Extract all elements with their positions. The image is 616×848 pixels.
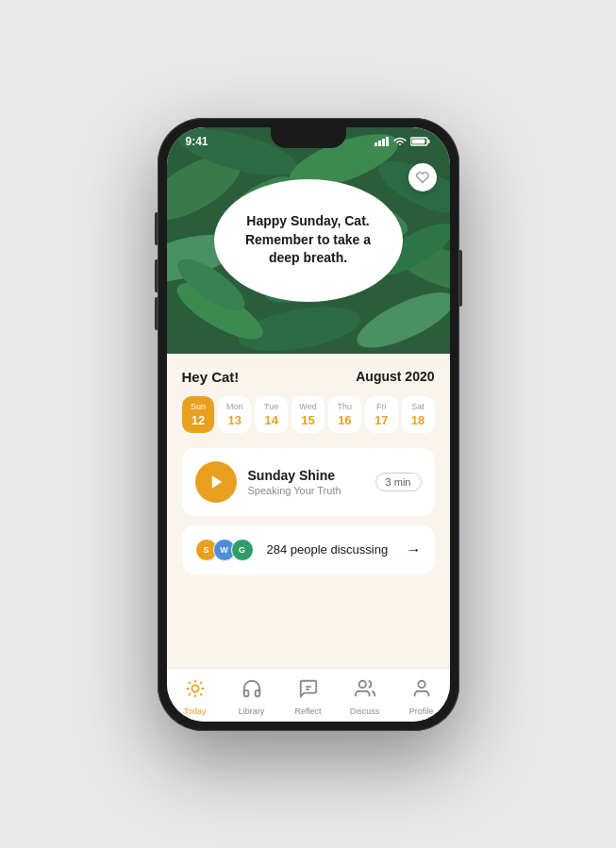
battery-icon <box>410 137 431 146</box>
podcast-subtitle: Speaking Your Truth <box>248 485 364 496</box>
svg-rect-23 <box>386 137 389 146</box>
calendar-day-fri[interactable]: Fri 17 <box>365 396 398 433</box>
month-label: August 2020 <box>356 369 434 384</box>
day-name: Wed <box>299 402 316 411</box>
nav-label-library: Library <box>239 707 265 716</box>
svg-line-35 <box>188 693 190 695</box>
notch <box>271 127 346 148</box>
calendar-day-thu[interactable]: Thu 16 <box>328 396 361 433</box>
wifi-icon <box>393 137 407 146</box>
hero-section: 9:41 <box>167 127 450 354</box>
nav-item-profile[interactable]: Profile <box>393 676 450 718</box>
svg-point-40 <box>418 680 425 687</box>
day-number: 13 <box>228 413 241 427</box>
section-header: Hey Cat! August 2020 <box>182 369 435 385</box>
day-number: 15 <box>301 413 314 427</box>
svg-marker-27 <box>211 475 222 489</box>
svg-point-28 <box>191 685 198 691</box>
nav-icon-library <box>241 678 262 704</box>
day-number: 14 <box>264 413 277 427</box>
play-icon <box>208 474 225 491</box>
svg-rect-25 <box>427 140 429 143</box>
svg-point-39 <box>358 680 365 687</box>
day-number: 18 <box>411 413 425 427</box>
nav-label-discuss: Discuss <box>350 707 380 716</box>
status-icons <box>375 137 431 146</box>
greeting-text: Happy Sunday, Cat.Remember to take a dee… <box>235 212 382 268</box>
discussion-card[interactable]: SWG 284 people discussing → <box>182 525 435 574</box>
podcast-info: Sunday Shine Speaking Your Truth <box>248 468 364 496</box>
nav-item-reflect[interactable]: Reflect <box>280 676 337 718</box>
arrow-icon: → <box>407 541 422 558</box>
nav-icon-reflect <box>298 678 319 704</box>
podcast-title: Sunday Shine <box>248 468 364 483</box>
calendar-strip: Sun 12 Mon 13 Tue 14 Wed 15 Thu 16 Fri 1… <box>182 396 435 433</box>
nav-item-library[interactable]: Library <box>224 676 280 718</box>
nav-item-discuss[interactable]: Discuss <box>337 676 393 718</box>
day-name: Tue <box>264 402 278 411</box>
svg-line-33 <box>188 681 190 683</box>
discussion-text: 284 people discussing <box>267 542 397 557</box>
day-number: 17 <box>375 413 388 427</box>
nav-label-today: Today <box>183 707 206 716</box>
svg-rect-21 <box>378 141 381 146</box>
heart-icon <box>416 171 429 184</box>
nav-label-reflect: Reflect <box>294 707 321 716</box>
day-name: Fri <box>376 402 387 411</box>
day-name: Sat <box>411 402 425 411</box>
nav-icon-discuss <box>355 678 375 704</box>
phone-screen: 9:41 <box>167 127 450 722</box>
day-number: 16 <box>338 413 351 427</box>
nav-label-profile: Profile <box>409 707 434 716</box>
phone-frame: 9:41 <box>158 118 459 731</box>
speech-bubble: Happy Sunday, Cat.Remember to take a dee… <box>214 179 403 302</box>
avatar-stack: SWG <box>195 539 254 561</box>
signal-icon <box>375 137 390 146</box>
svg-rect-26 <box>411 139 425 143</box>
nav-icon-profile <box>411 678 432 704</box>
duration-badge: 3 min <box>375 473 422 491</box>
day-name: Thu <box>338 402 353 411</box>
day-number: 12 <box>191 413 205 427</box>
calendar-day-sun[interactable]: Sun 12 <box>182 396 215 433</box>
svg-rect-20 <box>375 142 377 146</box>
status-time: 9:41 <box>186 135 208 148</box>
svg-line-34 <box>200 693 202 695</box>
heart-button[interactable] <box>408 163 437 191</box>
svg-rect-22 <box>382 139 385 146</box>
svg-line-36 <box>200 681 202 683</box>
calendar-day-mon[interactable]: Mon 13 <box>218 396 251 433</box>
calendar-day-wed[interactable]: Wed 15 <box>291 396 325 433</box>
day-name: Sun <box>191 402 206 411</box>
user-greeting: Hey Cat! <box>182 369 240 385</box>
calendar-day-sat[interactable]: Sat 18 <box>402 396 435 433</box>
nav-icon-today <box>185 678 206 704</box>
calendar-day-tue[interactable]: Tue 14 <box>255 396 288 433</box>
nav-item-today[interactable]: Today <box>167 676 224 718</box>
avatar-g: G <box>231 539 254 561</box>
play-button[interactable] <box>195 461 237 503</box>
main-content: Hey Cat! August 2020 Sun 12 Mon 13 Tue 1… <box>167 354 450 668</box>
day-name: Mon <box>226 402 243 411</box>
podcast-card[interactable]: Sunday Shine Speaking Your Truth 3 min <box>182 448 435 516</box>
bottom-nav: Today Library Reflect Discuss Profile <box>167 668 450 722</box>
